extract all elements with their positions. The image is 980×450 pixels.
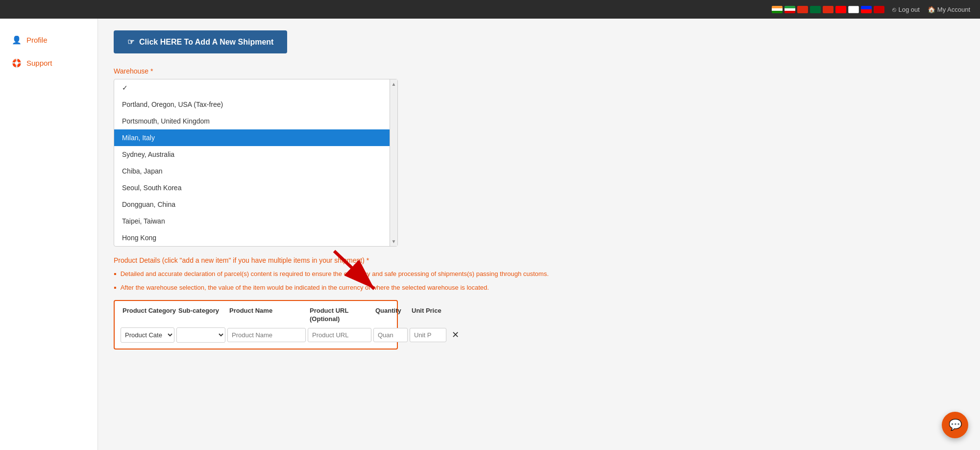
flag-ph[interactable] <box>861 6 872 13</box>
quantity-input[interactable] <box>373 328 408 342</box>
main-content: ☞ Click HERE To Add A New Shipment Wareh… <box>98 19 980 450</box>
profile-icon: 👤 <box>12 35 22 45</box>
svg-line-1 <box>334 251 374 289</box>
warehouse-option-seoul[interactable]: Seoul, South Korea <box>114 179 397 196</box>
sidebar-label-support: Support <box>26 59 52 67</box>
add-shipment-button[interactable]: ☞ Click HERE To Add A New Shipment <box>114 30 287 53</box>
dropdown-scrollbar[interactable]: ▲ ▼ <box>390 79 397 246</box>
warehouse-dropdown[interactable]: ✓ Portland, Oregon, USA (Tax-free) Ports… <box>114 79 398 247</box>
scroll-down-icon[interactable]: ▼ <box>392 239 396 244</box>
sidebar-label-profile: Profile <box>26 36 48 44</box>
support-icon: 🛟 <box>12 58 22 68</box>
info-bullets: ▪ Detailed and accurate declaration of p… <box>114 269 964 292</box>
header-unit-price: Unit Price <box>412 307 448 324</box>
header-name: Product Name <box>229 307 308 324</box>
bullet-icon-2: ▪ <box>114 283 117 292</box>
flag-iran[interactable] <box>784 6 795 13</box>
bullet-text-2: After the warehouse selection, the value… <box>121 283 489 293</box>
hand-pointer-icon: ☞ <box>127 37 134 47</box>
header-delete <box>450 307 464 324</box>
warehouse-option-taipei[interactable]: Taipei, Taiwan <box>114 213 397 229</box>
header-url: Product URL (Optional) <box>310 307 373 324</box>
scroll-up-icon[interactable]: ▲ <box>392 81 396 87</box>
warehouse-option-sydney[interactable]: Sydney, Australia <box>114 146 397 163</box>
flag-japan[interactable] <box>848 6 859 13</box>
delete-row-button[interactable]: ✕ <box>448 328 462 341</box>
sidebar-item-profile[interactable]: 👤 Profile <box>0 28 98 51</box>
product-url-input[interactable] <box>308 328 371 342</box>
flag-india[interactable] <box>772 6 783 13</box>
annotation-arrow <box>329 247 388 296</box>
account-link[interactable]: 🏠 My Account <box>928 6 970 13</box>
flag-taiwan[interactable] <box>835 6 846 13</box>
category-select[interactable]: Product Cate <box>121 327 174 343</box>
product-name-input[interactable] <box>227 328 306 342</box>
flag-group <box>772 6 884 13</box>
product-details-label: Product Details (click "add a new item" … <box>114 256 964 264</box>
bullet-icon-1: ▪ <box>114 269 117 278</box>
top-bar: ⎋ Log out 🏠 My Account <box>0 0 980 19</box>
info-bullet-1: ▪ Detailed and accurate declaration of p… <box>114 269 964 279</box>
account-label: My Account <box>937 6 970 13</box>
unit-price-input[interactable] <box>410 328 446 342</box>
warehouse-option-dongguan[interactable]: Dongguan, China <box>114 196 397 213</box>
chat-icon: 💬 <box>949 419 962 431</box>
header-quantity: Quantity <box>375 307 410 324</box>
info-bullet-2: ▪ After the warehouse selection, the val… <box>114 283 964 293</box>
flag-china[interactable] <box>823 6 833 13</box>
warehouse-label: Warehouse * <box>114 67 964 75</box>
app-layout: 👤 Profile 🛟 Support ☞ Click HERE To Add … <box>0 19 980 450</box>
warehouse-option-portsmouth[interactable]: Portsmouth, United Kingdom <box>114 113 397 129</box>
top-bar-links: ⎋ Log out 🏠 My Account <box>892 6 970 13</box>
warehouse-option-milan[interactable]: Milan, Italy <box>114 129 397 146</box>
warehouse-option-portland[interactable]: Portland, Oregon, USA (Tax-free) <box>114 96 397 113</box>
sidebar: 👤 Profile 🛟 Support <box>0 19 98 450</box>
product-table-area: Product Category Sub-category Product Na… <box>114 300 964 350</box>
flag-my[interactable] <box>874 6 884 13</box>
product-table: Product Category Sub-category Product Na… <box>114 300 398 350</box>
chat-button[interactable]: 💬 <box>942 412 968 438</box>
home-icon: 🏠 <box>928 6 935 13</box>
sidebar-item-support[interactable]: 🛟 Support <box>0 51 98 75</box>
warehouse-required: * <box>150 67 153 75</box>
warehouse-options: ✓ Portland, Oregon, USA (Tax-free) Ports… <box>114 79 397 246</box>
warehouse-option-blank[interactable]: ✓ <box>114 79 397 96</box>
logout-icon: ⎋ <box>892 6 896 13</box>
logout-link[interactable]: ⎋ Log out <box>892 6 919 13</box>
logout-label: Log out <box>898 6 919 13</box>
flag-hk[interactable] <box>797 6 808 13</box>
table-row: Product Cate ✕ <box>121 327 391 343</box>
warehouse-option-chiba[interactable]: Chiba, Japan <box>114 163 397 179</box>
add-shipment-label: Click HERE To Add A New Shipment <box>139 38 273 47</box>
table-header: Product Category Sub-category Product Na… <box>121 307 391 324</box>
flag-sa[interactable] <box>810 6 821 13</box>
warehouse-option-hongkong[interactable]: Hong Kong <box>114 229 397 246</box>
header-category: Product Category <box>122 307 176 324</box>
subcategory-select[interactable] <box>176 327 225 343</box>
header-subcategory: Sub-category <box>178 307 227 324</box>
